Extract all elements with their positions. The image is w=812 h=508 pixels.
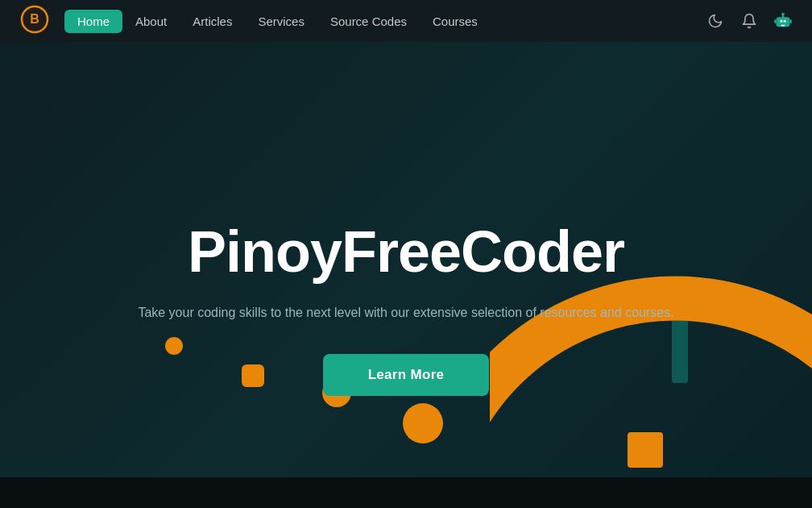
svg-rect-5 [784,20,786,23]
nav-link-home[interactable]: Home [64,10,122,33]
ground-strip [0,477,812,508]
deco-sq-2 [657,479,679,502]
svg-rect-9 [774,19,776,23]
nav-link-source-codes[interactable]: Source Codes [317,10,420,33]
svg-rect-6 [781,25,785,27]
svg-text:B: B [30,12,39,26]
bell-icon[interactable] [740,11,759,31]
deco-sq-1 [628,432,663,468]
deco-circle-1 [165,337,183,355]
learn-more-button[interactable]: Learn More [323,354,490,396]
svg-rect-4 [780,20,782,23]
nav-logo[interactable]: B [19,4,64,38]
navbar: B Home About Articles Services Source Co… [0,0,812,42]
nav-link-articles[interactable]: Articles [180,10,245,33]
hero-title: PinoyFreeCoder [188,219,624,285]
nav-link-courses[interactable]: Courses [420,10,491,33]
bot-icon[interactable] [773,11,793,31]
svg-point-8 [781,13,785,16]
hero-subtitle: Take your coding skills to the next leve… [138,302,673,323]
svg-point-11 [490,298,812,508]
nav-link-services[interactable]: Services [245,10,317,33]
moon-icon[interactable] [706,11,725,31]
hero-section: PinoyFreeCoder Take your coding skills t… [0,42,812,508]
nav-link-about[interactable]: About [122,10,180,33]
nav-links: Home About Articles Services Source Code… [64,10,706,33]
deco-circle-3 [403,403,443,443]
nav-icons [706,11,793,31]
svg-rect-10 [789,19,791,23]
deco-rect-1 [242,364,264,387]
deco-teal-rect [672,314,688,383]
